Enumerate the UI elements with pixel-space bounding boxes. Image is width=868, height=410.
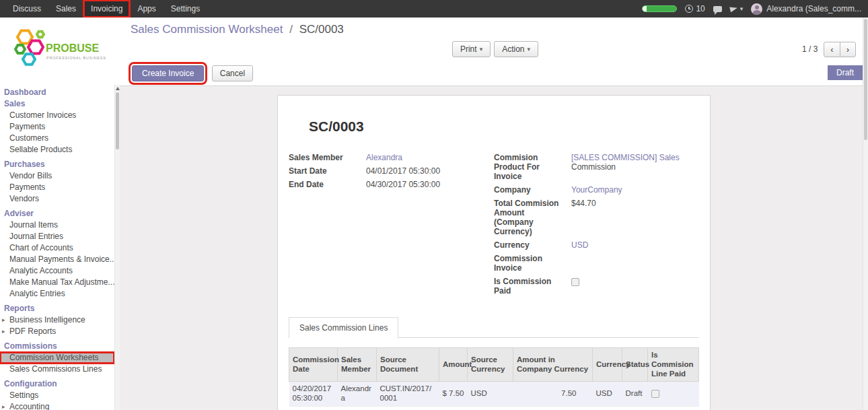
column-header-currency[interactable]: Currency bbox=[593, 348, 622, 382]
field-total-commision-amount-company-currency: Total Commision Amount (Company Currency… bbox=[494, 198, 688, 236]
sidebar-item-pdf-reports[interactable]: ▸PDF Reports bbox=[0, 326, 114, 337]
planner-progressbar[interactable] bbox=[642, 5, 677, 12]
table-row[interactable]: 04/20/2017 05:30:00AlexandraINV/2017/000… bbox=[289, 406, 699, 410]
sidebar-item-vendor-bills[interactable]: Vendor Bills bbox=[0, 170, 114, 182]
topbar-menu-apps[interactable]: Apps bbox=[130, 0, 163, 18]
field-value-text[interactable]: YourCompany bbox=[571, 185, 622, 195]
sidebar-item-customers[interactable]: Customers bbox=[0, 133, 114, 144]
sidebar-item-analytic-entries[interactable]: Analytic Entries bbox=[0, 288, 114, 300]
column-header-amount-in-company-currency[interactable]: Amount in Company Currency bbox=[513, 348, 593, 382]
page-scrollbar-thumb[interactable] bbox=[864, 19, 867, 140]
sidebar-section-title-sales[interactable]: Sales bbox=[0, 98, 114, 110]
paper-plane-icon bbox=[729, 5, 738, 12]
column-header-source-document[interactable]: Source Document bbox=[377, 348, 439, 382]
sidebar-item-analytic-accounts[interactable]: Analytic Accounts bbox=[0, 265, 114, 277]
column-header-amount[interactable]: Amount bbox=[439, 348, 468, 382]
sidebar-section-sales: SalesCustomer InvoicesPaymentsCustomersS… bbox=[0, 98, 114, 156]
sidebar-item-customer-invoices[interactable]: Customer Invoices bbox=[0, 110, 114, 121]
sidebar-item-chart-of-accounts[interactable]: Chart of Accounts bbox=[0, 242, 114, 254]
scrollbar-up-arrow-icon[interactable] bbox=[116, 87, 120, 90]
sidebar-section-title-purchases[interactable]: Purchases bbox=[0, 159, 114, 170]
sidebar-section-title-adviser[interactable]: Adviser bbox=[0, 208, 114, 219]
sidebar-item-label: Payments bbox=[9, 122, 45, 131]
sidebar-item-sellable-products[interactable]: Sellable Products bbox=[0, 144, 114, 156]
sidebar-item-label: Analytic Entries bbox=[9, 289, 65, 298]
column-header-commission-date[interactable]: Commission Date bbox=[289, 348, 338, 382]
statusbar: Create Invoice Cancel Draft bbox=[120, 63, 868, 86]
sidebar-scrollbar-thumb[interactable] bbox=[116, 92, 119, 149]
column-header-sales-member[interactable]: Sales Member bbox=[338, 348, 377, 382]
field-value-text[interactable]: USD bbox=[571, 240, 588, 250]
caret-down-icon: ▾ bbox=[480, 46, 483, 53]
sidebar-section-title-dashboard[interactable]: Dashboard bbox=[0, 87, 114, 98]
cell-status: Draft bbox=[622, 406, 648, 410]
record-title: SC/0003 bbox=[309, 118, 699, 135]
line-paid-checkbox[interactable] bbox=[651, 390, 659, 398]
sidebar-item-payments[interactable]: Payments bbox=[0, 182, 114, 193]
sidebar-section-adviser: AdviserJournal ItemsJournal EntriesChart… bbox=[0, 208, 114, 300]
page-scrollbar[interactable] bbox=[863, 18, 868, 410]
pager: 1 / 3 ‹ › bbox=[802, 42, 856, 57]
cell-source-document: INV/2017/0004-SO008 bbox=[377, 406, 439, 410]
column-header-status[interactable]: Status bbox=[622, 348, 648, 382]
topbar-menu-settings[interactable]: Settings bbox=[164, 0, 207, 18]
sidebar-item-sales-commissions-lines[interactable]: Sales Commissions Lines bbox=[0, 364, 114, 375]
field-value-is-commission-paid bbox=[571, 276, 688, 296]
commission-lines-table: Commission DateSales MemberSource Docume… bbox=[289, 347, 699, 410]
messages-menu[interactable] bbox=[713, 6, 722, 12]
topbar-menu-discuss[interactable]: Discuss bbox=[5, 0, 48, 18]
table-row[interactable]: 04/20/2017 05:30:00AlexandraCUST.IN/2017… bbox=[289, 382, 699, 407]
activity-menu[interactable]: 10 bbox=[685, 4, 704, 13]
sidebar-section-title-commissions[interactable]: Commissions bbox=[0, 341, 114, 352]
sidebar-item-payments[interactable]: Payments bbox=[0, 121, 114, 133]
sidebar-item-business-intelligence[interactable]: ▸Business Intelligence bbox=[0, 314, 114, 326]
sidebar-item-commission-worksheets[interactable]: Commission Worksheets bbox=[0, 352, 114, 364]
sidebar-section-purchases: PurchasesVendor BillsPaymentsVendors bbox=[0, 159, 114, 205]
sidebar-item-label: Make Manual Tax Adjustme... bbox=[9, 277, 114, 287]
cell-currency: USD bbox=[593, 406, 622, 410]
sidebar-section-title-configuration[interactable]: Configuration bbox=[0, 378, 114, 390]
create-invoice-button[interactable]: Create Invoice bbox=[132, 65, 204, 81]
cancel-button[interactable]: Cancel bbox=[212, 65, 253, 81]
pager-next-button[interactable]: › bbox=[840, 42, 856, 57]
table-body: 04/20/2017 05:30:00AlexandraCUST.IN/2017… bbox=[289, 382, 699, 410]
sidebar-item-label: Accounting bbox=[9, 402, 49, 410]
field-value-text[interactable]: Alexandra bbox=[366, 153, 402, 162]
sidebar-item-journal-entries[interactable]: Journal Entries bbox=[0, 231, 114, 242]
sidebar-scrollbar[interactable] bbox=[114, 85, 120, 410]
sidebar-item-accounting[interactable]: ▸Accounting bbox=[0, 401, 114, 410]
sidebar-nav: DashboardSalesCustomer InvoicesPaymentsC… bbox=[0, 85, 114, 410]
sidebar-item-label: Settings bbox=[9, 390, 38, 400]
column-header-source-currency[interactable]: Source Currency bbox=[468, 348, 513, 382]
column-header-is-commision-line-paid[interactable]: Is Commision Line Paid bbox=[648, 348, 699, 382]
field-value-currency: USD bbox=[571, 240, 688, 250]
cell-status: Draft bbox=[622, 382, 648, 407]
user-menu[interactable]: Alexandra (Sales_comm... bbox=[751, 3, 861, 15]
topbar-menu-sales[interactable]: Sales bbox=[48, 0, 83, 18]
action-button[interactable]: Action ▾ bbox=[494, 41, 538, 57]
field-value-text[interactable]: [SALES COMMISSION] Sales bbox=[571, 153, 680, 162]
pager-previous-button[interactable]: ‹ bbox=[824, 42, 840, 57]
sidebar-item-make-manual-tax-adjustme[interactable]: Make Manual Tax Adjustme... bbox=[0, 277, 114, 288]
field-label-end-date: End Date bbox=[289, 179, 366, 189]
logo-title: PROBUSE bbox=[46, 42, 99, 54]
notebook-tabs: Sales Commission Lines bbox=[289, 316, 699, 338]
sidebar-section-title-reports[interactable]: Reports bbox=[0, 303, 114, 314]
breadcrumb-parent[interactable]: Sales Commission Worksheet bbox=[131, 23, 283, 36]
announcements-menu[interactable]: ▾ bbox=[730, 5, 744, 12]
print-button-label: Print bbox=[460, 44, 477, 54]
sidebar-item-label: Vendor Bills bbox=[9, 171, 52, 180]
checkbox-is-commission-paid[interactable] bbox=[571, 278, 579, 286]
control-panel-buttons-row: Print ▾ Action ▾ 1 / 3 ‹ › bbox=[131, 40, 860, 59]
cell-source-currency: USD bbox=[468, 382, 513, 407]
sidebar-item-settings[interactable]: Settings bbox=[0, 390, 114, 401]
print-button[interactable]: Print ▾ bbox=[452, 41, 491, 57]
tab-sales-commission-lines[interactable]: Sales Commission Lines bbox=[289, 317, 398, 338]
field-label-currency: Currency bbox=[494, 240, 571, 250]
sidebar-item-journal-items[interactable]: Journal Items bbox=[0, 219, 114, 231]
caret-down-icon: ▾ bbox=[740, 5, 744, 12]
sidebar-item-manual-payments-invoice[interactable]: Manual Payments & Invoice... bbox=[0, 254, 114, 265]
user-name: Alexandra (Sales_comm... bbox=[766, 4, 861, 13]
sidebar-item-vendors[interactable]: Vendors bbox=[0, 193, 114, 205]
topbar-menu-invoicing[interactable]: Invoicing bbox=[83, 0, 130, 18]
